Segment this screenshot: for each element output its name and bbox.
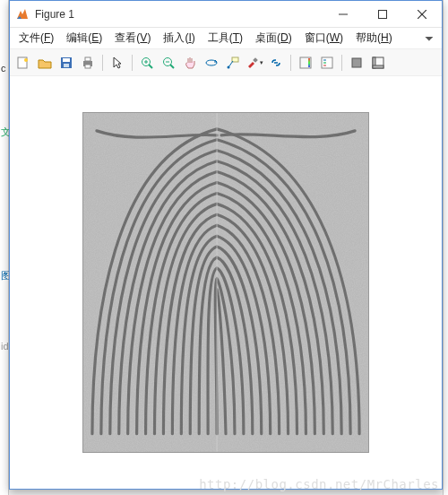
menu-insert[interactable]: 插入(I) bbox=[158, 29, 200, 48]
zoom-in-button[interactable] bbox=[137, 53, 157, 73]
maximize-button[interactable] bbox=[363, 1, 402, 27]
svg-rect-10 bbox=[85, 57, 90, 61]
menu-file[interactable]: 文件(F) bbox=[13, 29, 59, 48]
pointer-button[interactable] bbox=[108, 53, 127, 73]
background-editor-right bbox=[443, 0, 448, 495]
toolbar: ▾ bbox=[10, 49, 442, 76]
menu-overflow-icon[interactable]: ⏷ bbox=[424, 32, 438, 45]
zoom-out-button[interactable] bbox=[159, 53, 178, 73]
toolbar-separator bbox=[102, 55, 103, 71]
new-figure-button[interactable] bbox=[13, 53, 33, 73]
insert-legend-button[interactable] bbox=[317, 53, 337, 73]
figure-window: Figure 1 文件(F) 编辑(E) 查看(V) 插入(I) 工具(T) 桌… bbox=[9, 0, 443, 490]
menubar: 文件(F) 编辑(E) 查看(V) 插入(I) 工具(T) 桌面(D) 窗口(W… bbox=[10, 28, 442, 49]
show-plot-tools-button[interactable] bbox=[368, 53, 388, 73]
toolbar-separator bbox=[341, 55, 342, 71]
brush-button[interactable]: ▾ bbox=[245, 53, 264, 73]
svg-rect-33 bbox=[373, 65, 383, 68]
window-title: Figure 1 bbox=[35, 8, 323, 21]
menu-tools[interactable]: 工具(T) bbox=[202, 29, 248, 48]
menu-window[interactable]: 窗口(W) bbox=[299, 29, 349, 48]
titlebar: Figure 1 bbox=[10, 1, 442, 28]
print-button[interactable] bbox=[78, 53, 98, 73]
link-data-button[interactable] bbox=[266, 53, 286, 73]
displayed-image bbox=[82, 112, 369, 453]
window-controls bbox=[323, 1, 442, 27]
menu-help[interactable]: 帮助(H) bbox=[350, 29, 398, 48]
background-editor-left: c 文 图 id bbox=[0, 0, 9, 495]
svg-point-5 bbox=[24, 58, 28, 62]
svg-rect-11 bbox=[85, 65, 90, 68]
save-button[interactable] bbox=[56, 53, 76, 73]
menu-view[interactable]: 查看(V) bbox=[109, 29, 156, 48]
svg-point-22 bbox=[228, 65, 230, 68]
menu-desktop[interactable]: 桌面(D) bbox=[250, 29, 297, 48]
svg-rect-35 bbox=[83, 113, 368, 452]
toolbar-separator bbox=[290, 55, 291, 71]
rotate-3d-button[interactable] bbox=[202, 53, 221, 73]
svg-line-13 bbox=[149, 65, 152, 68]
matlab-app-icon bbox=[15, 7, 30, 22]
svg-rect-26 bbox=[322, 57, 332, 68]
fingerprint-image-content bbox=[83, 113, 368, 452]
watermark-text: http://blog.csdn.net/MrCharles bbox=[199, 477, 439, 491]
svg-rect-23 bbox=[253, 57, 258, 63]
svg-rect-8 bbox=[64, 64, 69, 67]
svg-rect-7 bbox=[63, 58, 70, 62]
figure-canvas[interactable] bbox=[10, 76, 442, 489]
svg-rect-1 bbox=[379, 10, 387, 18]
insert-colorbar-button[interactable] bbox=[296, 53, 315, 73]
svg-line-17 bbox=[170, 65, 174, 68]
menu-edit[interactable]: 编辑(E) bbox=[61, 29, 108, 48]
toolbar-separator bbox=[132, 55, 133, 71]
data-cursor-button[interactable] bbox=[223, 53, 243, 73]
minimize-button[interactable] bbox=[323, 1, 363, 27]
hide-plot-tools-button[interactable] bbox=[347, 53, 366, 73]
svg-rect-25 bbox=[308, 58, 310, 67]
pan-button[interactable] bbox=[180, 53, 200, 73]
svg-rect-30 bbox=[352, 58, 361, 67]
open-button[interactable] bbox=[35, 53, 55, 73]
close-button[interactable] bbox=[402, 1, 442, 27]
